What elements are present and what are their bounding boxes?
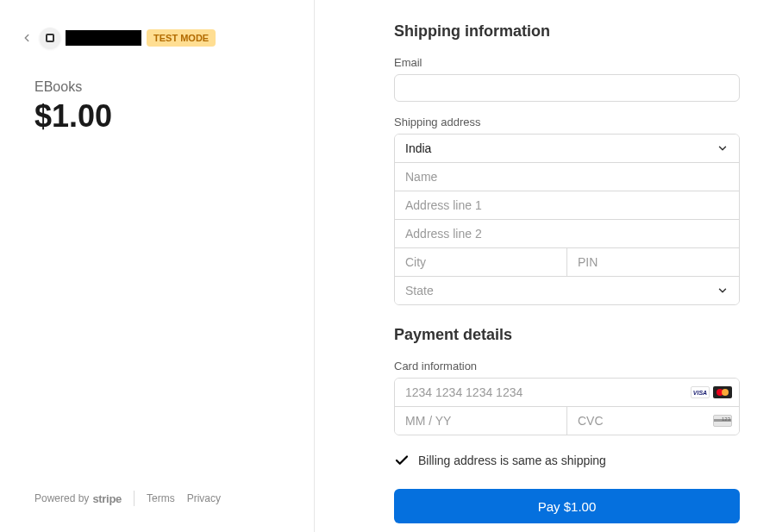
shipping-address-group: India <box>394 134 740 305</box>
powered-by: Powered by stripe <box>34 492 122 505</box>
name-input[interactable] <box>395 163 739 191</box>
card-expiry-input[interactable] <box>395 407 566 435</box>
card-number-input[interactable] <box>395 379 739 406</box>
checkout-form: Shipping information Email Shipping addr… <box>315 0 776 532</box>
card-brand-icons: VISA <box>691 386 732 398</box>
test-mode-badge: TEST MODE <box>147 29 216 47</box>
card-information-label: Card information <box>394 360 740 372</box>
merchant-name-redacted <box>66 30 141 46</box>
shipping-section-title: Shipping information <box>394 22 740 41</box>
country-select[interactable]: India <box>395 135 739 162</box>
pay-button[interactable]: Pay $1.00 <box>394 489 740 523</box>
visa-icon: VISA <box>691 386 710 398</box>
payment-section-title: Payment details <box>394 326 740 344</box>
footer-divider <box>134 491 135 506</box>
cvc-card-icon <box>713 415 732 427</box>
product-price: $1.00 <box>34 98 262 135</box>
merchant-logo <box>40 28 60 48</box>
pin-input[interactable] <box>566 248 739 276</box>
merchant-header: TEST MODE <box>19 28 262 48</box>
city-input[interactable] <box>395 248 566 276</box>
card-info-group: VISA <box>394 378 740 435</box>
product-name: EBooks <box>34 79 262 95</box>
powered-by-text: Powered by <box>34 492 89 504</box>
billing-same-label: Billing address is same as shipping <box>418 454 606 467</box>
email-label: Email <box>394 56 740 69</box>
email-input[interactable] <box>394 74 740 102</box>
mastercard-icon <box>713 386 732 398</box>
privacy-link[interactable]: Privacy <box>187 492 221 504</box>
arrow-left-icon <box>21 32 33 44</box>
terms-link[interactable]: Terms <box>147 492 175 504</box>
address-line2-input[interactable] <box>395 220 739 247</box>
stripe-wordmark: stripe <box>92 492 122 505</box>
summary-panel: TEST MODE EBooks $1.00 Powered by stripe… <box>0 0 315 532</box>
checkmark-icon <box>394 453 410 468</box>
billing-same-checkbox[interactable] <box>394 453 410 468</box>
address-line1-input[interactable] <box>395 191 739 219</box>
state-select[interactable]: State <box>395 277 739 304</box>
billing-same-row[interactable]: Billing address is same as shipping <box>394 453 740 468</box>
shipping-address-label: Shipping address <box>394 116 740 128</box>
footer: Powered by stripe Terms Privacy <box>34 491 221 506</box>
back-button[interactable] <box>19 30 34 46</box>
